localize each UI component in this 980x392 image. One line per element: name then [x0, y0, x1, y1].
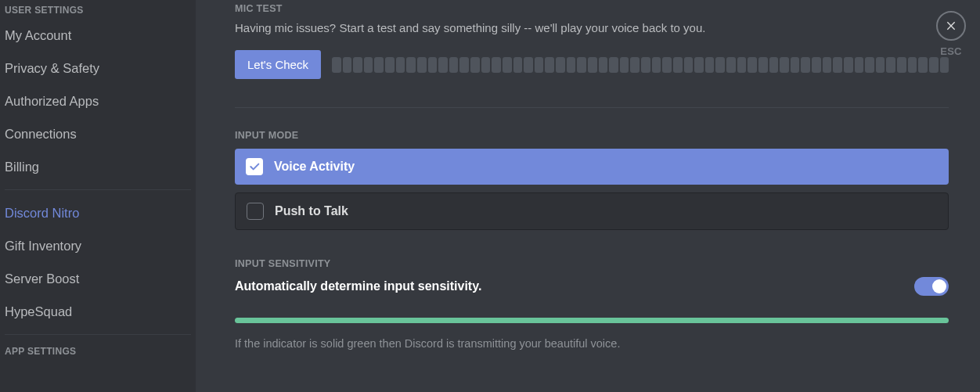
esc-label: ESC [936, 45, 966, 57]
input-mode-header: INPUT MODE [235, 130, 949, 141]
checkbox-checked-icon [246, 158, 263, 175]
sensitivity-indicator [235, 318, 949, 323]
sidebar-divider [5, 334, 191, 335]
sidebar-item-hypesquad[interactable]: HypeSquad [5, 295, 191, 328]
sidebar-item-billing[interactable]: Billing [5, 150, 191, 183]
close-icon [945, 20, 957, 32]
close-area: ESC [936, 11, 966, 57]
close-button[interactable] [936, 11, 966, 41]
auto-sensitivity-toggle[interactable] [914, 277, 949, 296]
sidebar-item-nitro[interactable]: Discord Nitro [5, 196, 191, 229]
main-content: MIC TEST Having mic issues? Start a test… [196, 0, 980, 392]
sidebar-divider [5, 189, 191, 190]
sidebar-header-app: APP SETTINGS [5, 341, 191, 360]
divider [235, 107, 949, 108]
sidebar-item-gift-inventory[interactable]: Gift Inventory [5, 229, 191, 262]
lets-check-button[interactable]: Let's Check [235, 50, 321, 79]
auto-sensitivity-label: Automatically determine input sensitivit… [235, 279, 481, 293]
mic-level-meter [332, 56, 949, 74]
input-sensitivity-header: INPUT SENSITIVITY [235, 258, 949, 269]
sensitivity-note: If the indicator is solid green then Dis… [235, 337, 949, 350]
sidebar-header-user: USER SETTINGS [5, 0, 191, 19]
mic-test-description: Having mic issues? Start a test and say … [235, 20, 949, 36]
mic-test-header: MIC TEST [235, 3, 949, 14]
sidebar-item-privacy[interactable]: Privacy & Safety [5, 52, 191, 85]
sidebar-item-authorized-apps[interactable]: Authorized Apps [5, 85, 191, 117]
toggle-knob [932, 279, 946, 293]
input-mode-voice-activity[interactable]: Voice Activity [235, 149, 949, 185]
sidebar-item-connections[interactable]: Connections [5, 117, 191, 150]
input-mode-option-label: Voice Activity [274, 160, 355, 174]
sidebar-item-my-account[interactable]: My Account [5, 19, 191, 52]
sidebar: USER SETTINGS My Account Privacy & Safet… [0, 0, 196, 392]
input-mode-push-to-talk[interactable]: Push to Talk [235, 192, 949, 230]
sidebar-item-server-boost[interactable]: Server Boost [5, 262, 191, 295]
input-mode-option-label: Push to Talk [275, 204, 348, 218]
checkbox-unchecked-icon [247, 203, 264, 220]
